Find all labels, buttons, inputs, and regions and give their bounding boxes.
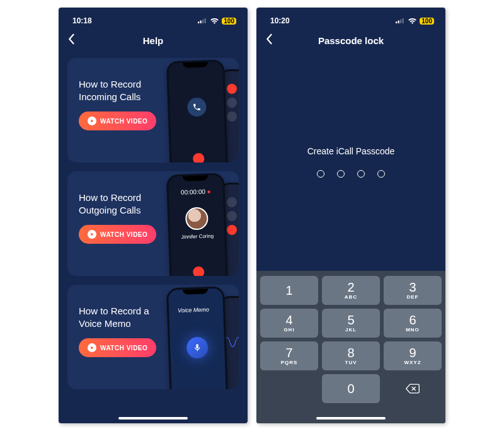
svg-rect-3 (205, 18, 206, 23)
watch-video-label: WATCH VIDEO (100, 345, 147, 351)
svg-rect-7 (403, 18, 404, 23)
end-call-icon (193, 153, 205, 163)
home-indicator[interactable] (118, 417, 188, 420)
play-icon (88, 117, 96, 125)
signal-icon (396, 18, 405, 24)
play-icon (88, 343, 96, 352)
status-bar: 10:20 100 (256, 8, 445, 29)
nav-header: Passcode lock (256, 29, 445, 52)
key-9[interactable]: 9WXYZ (384, 341, 442, 370)
card-title: How to Record a Voice Memo (79, 305, 163, 329)
phone-mock-main (166, 59, 228, 163)
nav-title: Help (143, 35, 164, 46)
key-4[interactable]: 4GHI (260, 309, 318, 338)
passcode-prompt: Create iCall Passcode (256, 146, 445, 156)
card-title: How to Record Incoming Calls (79, 78, 163, 103)
signal-icon (198, 18, 207, 24)
key-3[interactable]: 3DEF (384, 276, 442, 305)
key-empty (260, 374, 318, 403)
phone-passcode-screen: 10:20 100 Passcode lock Create iCall Pas… (256, 8, 445, 423)
svg-rect-6 (400, 20, 401, 23)
back-button[interactable] (67, 33, 75, 47)
nav-header: Help (59, 29, 248, 52)
key-8[interactable]: 8TUV (322, 341, 380, 370)
back-button[interactable] (265, 33, 273, 47)
wifi-icon (408, 18, 417, 25)
battery-badge: 100 (420, 18, 434, 25)
help-card-incoming[interactable]: How to Record Incoming Calls WATCH VIDEO (67, 58, 239, 163)
home-indicator[interactable] (316, 417, 386, 420)
key-1[interactable]: 1 (260, 276, 318, 305)
battery-badge: 100 (222, 18, 236, 25)
svg-rect-2 (202, 20, 203, 23)
phone-mock-main: 00:00:00 ● Jinnifer Coring (166, 173, 228, 276)
watch-video-button[interactable]: WATCH VIDEO (79, 338, 156, 357)
call-icon (187, 97, 207, 117)
watch-video-button[interactable]: WATCH VIDEO (79, 111, 156, 130)
svg-rect-5 (398, 21, 399, 23)
status-bar: 10:18 100 (59, 8, 248, 29)
svg-rect-0 (198, 21, 199, 23)
status-time: 10:18 (72, 16, 92, 25)
status-time: 10:20 (270, 16, 290, 25)
avatar (185, 207, 209, 230)
wifi-icon (210, 18, 219, 25)
passcode-dot (377, 170, 385, 178)
key-2[interactable]: 2ABC (322, 276, 380, 305)
key-7[interactable]: 7PQRS (260, 341, 318, 370)
svg-rect-4 (396, 21, 397, 23)
card-art: Voice Memo (151, 291, 239, 389)
numeric-keypad: 1 2ABC 3DEF 4GHI 5JKL 6MNO 7PQRS 8TUV 9W… (256, 271, 445, 423)
phone-mock-main: Voice Memo (166, 286, 228, 389)
end-call-icon (193, 266, 205, 276)
card-art (151, 64, 239, 163)
help-card-voicememo[interactable]: Voice Memo How to Record a Voice Memo WA… (67, 285, 239, 389)
key-backspace[interactable] (384, 374, 442, 403)
mic-icon (186, 336, 209, 358)
help-card-outgoing[interactable]: 00:00:00 ● Jinnifer Coring How to Record… (67, 171, 239, 276)
passcode-dot (357, 170, 365, 178)
passcode-dot (317, 170, 324, 178)
card-title: How to Record Outgoing Calls (79, 191, 163, 216)
passcode-dot (337, 170, 345, 178)
play-icon (88, 230, 96, 239)
watch-video-label: WATCH VIDEO (100, 231, 147, 238)
phone-help-screen: 10:18 100 Help (59, 8, 248, 423)
key-0[interactable]: 0 (322, 374, 380, 403)
key-6[interactable]: 6MNO (384, 309, 442, 338)
watch-video-label: WATCH VIDEO (100, 118, 147, 125)
voice-memo-label: Voice Memo (178, 306, 209, 314)
key-5[interactable]: 5JKL (322, 309, 380, 338)
nav-title: Passcode lock (318, 35, 384, 46)
help-cards: How to Record Incoming Calls WATCH VIDEO… (59, 52, 248, 389)
backspace-icon (405, 383, 420, 394)
passcode-dots (256, 170, 445, 178)
card-art: 00:00:00 ● Jinnifer Coring (151, 178, 239, 276)
status-right: 100 (198, 18, 236, 25)
svg-rect-1 (200, 21, 202, 23)
status-right: 100 (396, 18, 434, 25)
caller-name: Jinnifer Coring (170, 232, 224, 240)
watch-video-button[interactable]: WATCH VIDEO (79, 225, 156, 244)
call-timer: 00:00:00 ● (169, 188, 223, 197)
